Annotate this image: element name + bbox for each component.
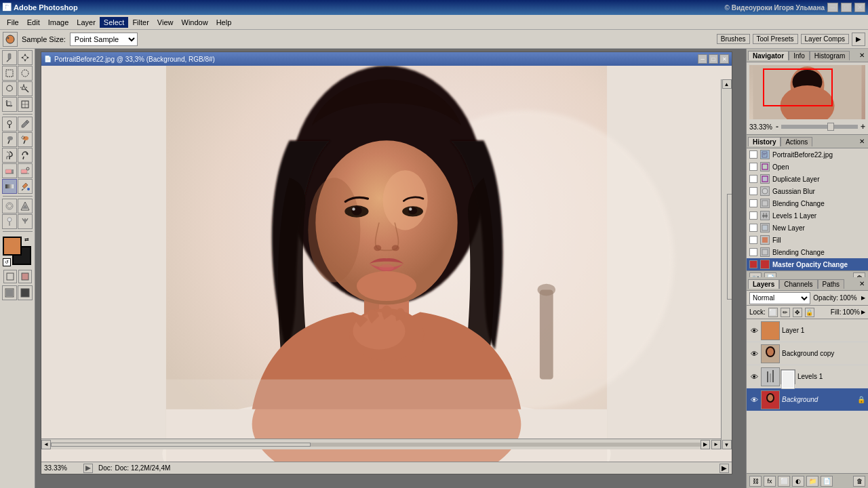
options-menu-button[interactable]: ▶ (852, 33, 865, 46)
fullscreen-button[interactable] (18, 285, 33, 300)
document-canvas[interactable]: ▲ ▼ ◄ ▶ ► (41, 66, 732, 462)
menu-filter[interactable]: Filter (128, 17, 153, 28)
history-brush-tool[interactable] (18, 148, 33, 163)
layer-item-bgcopy[interactable]: 👁 Background copy (747, 342, 868, 365)
screen-mode-button[interactable] (2, 285, 17, 300)
zoom-slider[interactable] (781, 125, 858, 129)
lock-transparent-button[interactable]: ⬜ (768, 308, 778, 317)
zoom-minus-button[interactable]: - (776, 122, 778, 131)
layer-visibility-bgcopy[interactable]: 👁 (749, 349, 759, 359)
history-item-6[interactable]: Fill (747, 234, 868, 246)
layers-close[interactable]: ✕ (857, 280, 867, 287)
history-item-0[interactable]: Open (747, 161, 868, 173)
foreground-color[interactable] (3, 237, 22, 256)
background-eraser-tool[interactable] (18, 163, 33, 178)
lock-move-button[interactable]: ✥ (793, 308, 802, 317)
menu-image[interactable]: Image (44, 17, 73, 28)
layer-comps-tab[interactable]: Layer Comps (801, 34, 849, 44)
scroll-track-horizontal[interactable] (51, 443, 701, 447)
layer-mask-button[interactable]: ⬜ (778, 476, 790, 487)
history-item-5[interactable]: New Layer (747, 222, 868, 234)
tool-preset-picker[interactable] (3, 32, 18, 47)
fill-arrow[interactable]: ▶ (861, 309, 865, 315)
paint-bucket-tool[interactable] (18, 179, 33, 194)
layer-group-button[interactable]: 📁 (806, 476, 818, 487)
layer-item-layer1[interactable]: 👁 Layer 1 (747, 319, 868, 342)
magic-wand-tool[interactable] (18, 81, 33, 96)
layer-mask-levels1[interactable] (781, 369, 795, 384)
sample-size-select[interactable]: Point Sample 3 by 3 Average 5 by 5 Avera… (70, 33, 138, 46)
doc-minimize[interactable]: ─ (698, 54, 707, 64)
close-button[interactable]: ✕ (854, 3, 865, 12)
layer-style-button[interactable]: fx (764, 476, 776, 487)
scroll-thumb-horizontal[interactable] (51, 443, 311, 447)
pencil-tool[interactable] (18, 117, 33, 131)
color-replace-tool[interactable] (18, 132, 33, 147)
history-item-2[interactable]: Gaussian Blur (747, 185, 868, 197)
zoom-slider-handle[interactable] (827, 123, 834, 131)
scroll-left-arrow[interactable]: ◄ (41, 440, 51, 449)
layer-visibility-levels1[interactable]: 👁 (749, 372, 759, 382)
sharpen-tool[interactable] (18, 199, 33, 214)
tab-info[interactable]: Info (789, 51, 810, 60)
move-tool[interactable] (18, 50, 33, 65)
opacity-arrow[interactable]: ▶ (861, 295, 865, 301)
canvas-scrollbar-vertical[interactable]: ▲ ▼ (721, 79, 732, 449)
menu-edit[interactable]: Edit (23, 17, 44, 28)
scroll-thumb-vertical[interactable] (727, 194, 732, 299)
burn-tool[interactable] (18, 214, 33, 229)
lock-image-button[interactable]: ✏ (781, 308, 790, 317)
layer-item-background[interactable]: 👁 Background 🔒 (747, 388, 868, 411)
layer-item-levels1[interactable]: 👁 Levels 1 (747, 365, 868, 388)
layer-link-button[interactable]: ⛓ (749, 476, 762, 487)
scroll-up-arrow[interactable]: ▲ (722, 79, 732, 89)
fill-value[interactable]: 100% (842, 308, 860, 316)
menu-layer[interactable]: Layer (73, 17, 100, 28)
menu-help[interactable]: Help (212, 17, 236, 28)
maximize-button[interactable]: □ (841, 3, 852, 12)
healing-brush-tool[interactable] (2, 117, 17, 131)
scroll-right-arrow[interactable]: ► (711, 440, 721, 449)
history-close[interactable]: ✕ (857, 138, 867, 145)
canvas-scrollbar-horizontal[interactable]: ◄ ▶ ► (41, 439, 721, 449)
tab-navigator[interactable]: Navigator (748, 51, 789, 60)
reset-colors[interactable]: ↺ (3, 258, 11, 266)
marquee-ellipse-tool[interactable] (18, 66, 33, 81)
history-item-4[interactable]: Levels 1 Layer (747, 209, 868, 222)
opacity-value[interactable]: 100% (840, 294, 860, 302)
navigator-close[interactable]: ✕ (857, 52, 867, 59)
tab-histogram[interactable]: Histogram (810, 51, 850, 60)
minimize-button[interactable]: ─ (827, 3, 838, 12)
eraser-tool[interactable] (2, 163, 17, 178)
layer-new-button[interactable]: 📄 (821, 476, 833, 487)
tab-paths[interactable]: Paths (818, 279, 845, 289)
tab-actions[interactable]: Actions (781, 137, 812, 146)
zoom-indicator[interactable] (83, 464, 93, 473)
lasso-tool[interactable] (2, 81, 17, 96)
quick-mask-mode[interactable] (18, 270, 32, 283)
history-item-doc[interactable]: PortraitBefore22.jpg (747, 148, 868, 161)
layer-visibility-background[interactable]: 👁 (749, 395, 759, 405)
slice-tool[interactable] (18, 97, 33, 112)
zoom-plus-button[interactable]: + (861, 122, 865, 131)
crop-tool[interactable] (2, 97, 17, 112)
brush-tool[interactable] (2, 132, 17, 147)
lock-all-button[interactable]: 🔒 (805, 308, 814, 317)
doc-maximize[interactable]: □ (709, 54, 718, 64)
history-item-1[interactable]: Duplicate Layer (747, 173, 868, 185)
standard-mode[interactable] (3, 270, 17, 283)
menu-window[interactable]: Window (178, 17, 212, 28)
marquee-rect-tool[interactable] (2, 66, 17, 81)
gradient-tool[interactable] (2, 179, 17, 194)
brushes-tab[interactable]: Brushes (717, 34, 750, 44)
tab-layers[interactable]: Layers (748, 279, 779, 289)
tool-presets-tab[interactable]: Tool Presets (753, 34, 798, 44)
stamp-tool[interactable] (2, 148, 17, 163)
blur-tool[interactable] (2, 199, 17, 214)
layer-adjustment-button[interactable]: ◐ (792, 476, 804, 487)
scroll-play-button[interactable]: ▶ (701, 440, 710, 449)
scroll-down-arrow[interactable]: ▼ (722, 440, 732, 449)
eyedropper-tool[interactable] (2, 50, 17, 65)
history-item-7[interactable]: Blending Change (747, 246, 868, 258)
layers-blend-mode[interactable]: Normal (749, 292, 810, 304)
